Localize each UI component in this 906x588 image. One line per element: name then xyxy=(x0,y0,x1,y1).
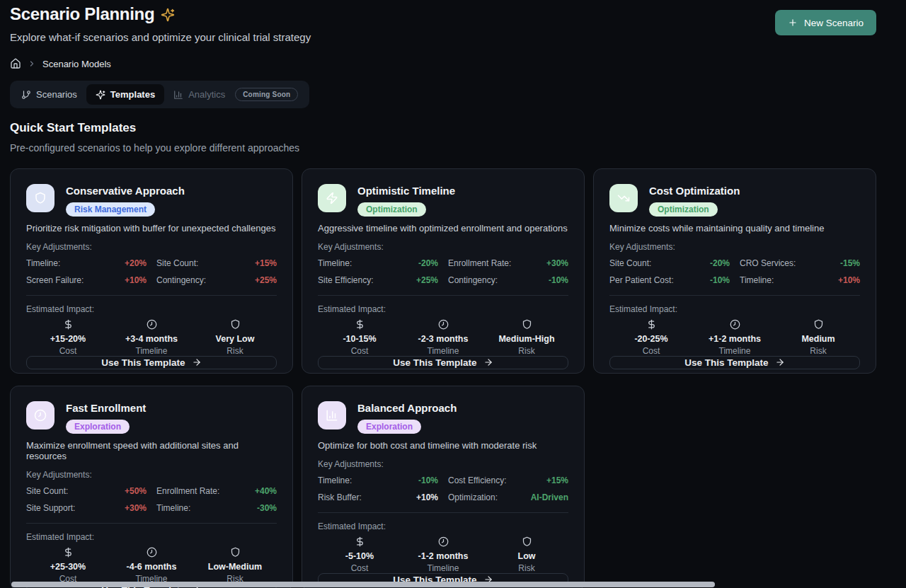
tab-scenarios[interactable]: Scenarios xyxy=(12,84,86,105)
card-header-text: Conservative Approach Risk Management xyxy=(66,184,185,217)
clock-icon xyxy=(401,536,485,548)
trending-down-icon xyxy=(609,184,638,212)
dollar-icon xyxy=(318,536,401,548)
breadcrumb: Scenario Models xyxy=(0,43,906,69)
divider xyxy=(318,512,568,513)
impact-cost-label: Cost xyxy=(318,563,401,573)
adjustment-value: +25% xyxy=(255,275,277,286)
use-template-button[interactable]: Use This Template xyxy=(26,356,277,369)
template-card: Conservative Approach Risk Management Pr… xyxy=(10,168,293,374)
tab-analytics[interactable]: Analytics Coming Soon xyxy=(164,83,307,106)
template-card: Balanced Approach Exploration Optimize f… xyxy=(302,386,585,588)
impact-risk-label: Risk xyxy=(776,346,860,356)
estimated-impact-label: Estimated Impact: xyxy=(318,521,568,531)
shield-icon xyxy=(485,319,568,331)
adjustment-value: +40% xyxy=(255,486,277,497)
impact-risk: Medium-High Risk xyxy=(485,319,568,356)
adjustment-item: Timeline: -30% xyxy=(156,503,277,514)
tabstrip-wrap: Scenarios Templates Analytics Coming Soo… xyxy=(0,69,906,108)
horizontal-scrollbar-thumb[interactable] xyxy=(11,582,715,587)
estimated-impact-label: Estimated Impact: xyxy=(609,304,860,314)
impact-risk-value: Very Low xyxy=(193,334,277,344)
top-bar: Scenario Planning Explore what-if scenar… xyxy=(0,0,906,43)
adjustment-value: +10% xyxy=(838,275,860,286)
adjustment-label: Enrollment Rate: xyxy=(448,258,511,269)
sparkles-icon xyxy=(161,8,175,22)
adjustment-label: Timeline: xyxy=(26,258,60,269)
impact-cost-label: Cost xyxy=(318,346,401,356)
dollar-icon xyxy=(26,547,110,559)
adjustment-label: Site Count: xyxy=(156,258,198,269)
impact-cost-value: -20-25% xyxy=(609,334,693,344)
impact-risk: Very Low Risk xyxy=(193,319,277,356)
adjustment-item: CRO Services: -15% xyxy=(740,258,860,269)
adjustment-item: Site Count: +15% xyxy=(156,258,277,269)
adjustment-label: Contingency: xyxy=(156,275,206,286)
divider xyxy=(609,295,860,296)
adjustment-item: Timeline: +20% xyxy=(26,258,147,269)
adjustment-value: -10% xyxy=(710,275,730,286)
bar-chart-icon xyxy=(318,401,346,430)
arrow-right-icon xyxy=(775,357,785,367)
impact-risk-value: Medium-High xyxy=(485,334,568,344)
template-title: Cost Optimization xyxy=(649,184,740,198)
card-header-text: Optimistic Timeline Optimization xyxy=(357,184,455,217)
clock-icon xyxy=(110,319,193,331)
impact-timeline-value: -1-2 months xyxy=(401,551,485,561)
impact-cost-value: -5-10% xyxy=(318,551,401,561)
adjustments-grid: Site Count: +50% Enrollment Rate: +40% S… xyxy=(26,486,277,514)
adjustment-value: +30% xyxy=(125,503,147,514)
page-title: Scenario Planning xyxy=(10,4,311,24)
adjustment-item: Timeline: -10% xyxy=(318,475,438,486)
tab-templates[interactable]: Templates xyxy=(86,84,164,105)
adjustment-item: Risk Buffer: +10% xyxy=(318,492,438,503)
clock-icon xyxy=(110,547,193,559)
impact-risk: Low Risk xyxy=(485,536,568,573)
impact-cost-label: Cost xyxy=(609,346,693,356)
adjustment-label: Site Efficiency: xyxy=(318,275,373,286)
impact-grid: +15-20% Cost +3-4 months Timeline Very L… xyxy=(26,319,277,356)
adjustment-label: Optimization: xyxy=(448,492,498,503)
impact-timeline-label: Timeline xyxy=(401,346,485,356)
card-header: Cost Optimization Optimization xyxy=(609,184,860,217)
git-branch-icon xyxy=(21,90,31,100)
impact-cost: +15-20% Cost xyxy=(26,319,110,356)
new-scenario-label: New Scenario xyxy=(804,18,864,28)
adjustment-label: Timeline: xyxy=(318,475,352,486)
adjustments-grid: Site Count: -20% CRO Services: -15% Per … xyxy=(609,258,860,286)
impact-timeline-label: Timeline xyxy=(110,346,193,356)
key-adjustments-label: Key Adjustments: xyxy=(26,470,277,480)
home-icon[interactable] xyxy=(10,58,21,69)
template-title: Conservative Approach xyxy=(66,184,185,198)
impact-risk-value: Low-Medium xyxy=(193,562,277,572)
plus-icon xyxy=(788,18,798,28)
impact-timeline: +1-2 months Timeline xyxy=(693,319,776,356)
adjustment-item: Contingency: +25% xyxy=(156,275,277,286)
adjustment-label: Risk Buffer: xyxy=(318,492,362,503)
adjustment-label: Enrollment Rate: xyxy=(156,486,219,497)
adjustment-value: -10% xyxy=(549,275,568,286)
divider xyxy=(26,295,277,296)
divider xyxy=(26,523,277,524)
adjustment-item: Site Efficiency: +25% xyxy=(318,275,438,286)
impact-cost-value: -10-15% xyxy=(318,334,401,344)
dollar-icon xyxy=(609,319,693,331)
adjustment-item: Cost Efficiency: +15% xyxy=(448,475,568,486)
impact-grid: -10-15% Cost -2-3 months Timeline Medium… xyxy=(318,319,568,356)
use-template-button[interactable]: Use This Template xyxy=(609,356,860,369)
use-template-label: Use This Template xyxy=(101,357,185,368)
shield-icon xyxy=(485,536,568,548)
adjustment-label: Contingency: xyxy=(448,275,498,286)
impact-timeline: -2-3 months Timeline xyxy=(401,319,485,356)
card-header: Balanced Approach Exploration xyxy=(318,401,568,434)
dollar-icon xyxy=(318,319,401,331)
adjustment-label: Timeline: xyxy=(740,275,774,286)
clock-icon xyxy=(693,319,776,331)
chevron-right-icon xyxy=(28,59,36,68)
adjustment-value: -30% xyxy=(257,503,277,514)
template-description: Optimize for both cost and timeline with… xyxy=(318,440,568,451)
impact-timeline-value: +1-2 months xyxy=(693,334,776,344)
use-template-button[interactable]: Use This Template xyxy=(318,356,568,369)
adjustment-label: Site Count: xyxy=(609,258,651,269)
new-scenario-button[interactable]: New Scenario xyxy=(775,10,876,35)
